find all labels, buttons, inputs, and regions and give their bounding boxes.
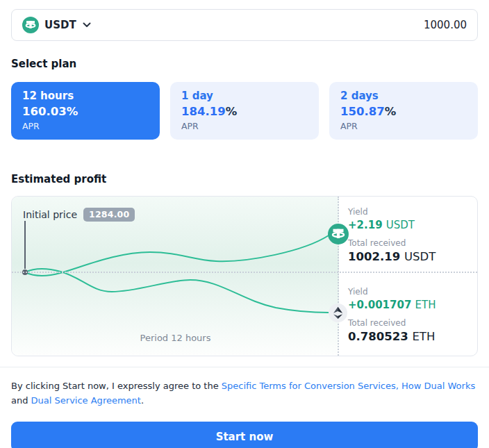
legal-agreement-text: By clicking Start now, I expressly agree… — [11, 379, 478, 408]
link-dual-service-agreement[interactable]: Dual Service Agreement — [31, 395, 141, 406]
estimated-profit-panel: Initial price 1284.00 Period 12 hours Yi… — [11, 196, 478, 356]
yield-label: Yield — [348, 207, 477, 217]
plan-apr-value: 160.03 — [22, 105, 67, 118]
yield-value: +0.001707 — [348, 299, 411, 311]
estimated-profit-heading: Estimated profit — [11, 173, 478, 185]
amount-input-value[interactable]: 1000.00 — [424, 19, 467, 31]
legal-prefix: By clicking Start now, I expressly agree… — [11, 381, 222, 391]
plan-cards: 12 hours 160.03% APR 1 day 184.19% APR 2… — [11, 82, 478, 140]
plan-duration: 12 hours — [22, 90, 149, 102]
plan-apr-value: 150.87 — [340, 105, 385, 118]
plan-duration: 1 day — [181, 90, 308, 102]
initial-price-label: Initial price — [23, 209, 77, 220]
plan-apr-label: APR — [340, 121, 467, 131]
initial-price-badge: 1284.00 — [83, 208, 135, 222]
total-received-label: Total received — [348, 318, 477, 328]
yield-label: Yield — [348, 287, 477, 297]
plan-apr-value: 184.19 — [181, 105, 226, 118]
plan-duration: 2 days — [340, 90, 467, 102]
selected-asset-label: USDT — [44, 19, 76, 31]
total-received-asset: ETH — [412, 330, 435, 343]
yield-asset: ETH — [415, 299, 436, 311]
plan-apr-percent-sign: % — [226, 105, 238, 118]
plan-card-2-days[interactable]: 2 days 150.87% APR — [329, 82, 478, 140]
initial-price-label-group: Initial price 1284.00 — [23, 208, 135, 222]
select-plan-heading: Select plan — [11, 58, 478, 70]
start-now-button[interactable]: Start now — [11, 422, 478, 448]
legal-mid: and — [11, 395, 31, 406]
tether-icon — [328, 224, 349, 244]
link-specific-terms[interactable]: Specific Terms for Conversion Services, — [222, 381, 399, 391]
plan-card-1-day[interactable]: 1 day 184.19% APR — [170, 82, 319, 140]
usdt-outcome-section: Yield +2.19 USDT Total received 1002.19 … — [348, 197, 477, 273]
period-label: Period 12 hours — [12, 333, 339, 343]
link-how-dual-works[interactable]: How Dual Works — [401, 381, 475, 391]
total-received-asset: USDT — [404, 250, 436, 263]
currency-selector[interactable]: USDT 1000.00 — [11, 9, 478, 41]
total-received-label: Total received — [348, 238, 477, 248]
tether-icon — [22, 17, 39, 33]
footer-divider — [0, 367, 489, 367]
ethereum-icon — [329, 304, 347, 322]
yield-value: +2.19 — [348, 219, 383, 231]
yield-summary-column: Yield +2.19 USDT Total received 1002.19 … — [348, 197, 477, 356]
eth-outcome-section: Yield +0.001707 ETH Total received 0.780… — [348, 273, 477, 356]
upper-outcome-curve — [25, 235, 329, 276]
plan-apr-label: APR — [181, 121, 308, 131]
legal-suffix: . — [141, 395, 144, 406]
yield-asset: USDT — [386, 219, 415, 231]
chart-right-dotted-divider — [338, 197, 339, 356]
total-received-value: 1002.19 — [348, 250, 400, 263]
plan-apr-percent-sign: % — [385, 105, 397, 118]
total-received-value: 0.780523 — [348, 330, 408, 343]
plan-apr-label: APR — [22, 121, 149, 131]
chevron-down-icon[interactable] — [83, 22, 91, 28]
plan-card-12-hours[interactable]: 12 hours 160.03% APR — [11, 82, 160, 140]
plan-apr-percent-sign: % — [67, 105, 78, 118]
lower-outcome-curve — [25, 269, 329, 313]
